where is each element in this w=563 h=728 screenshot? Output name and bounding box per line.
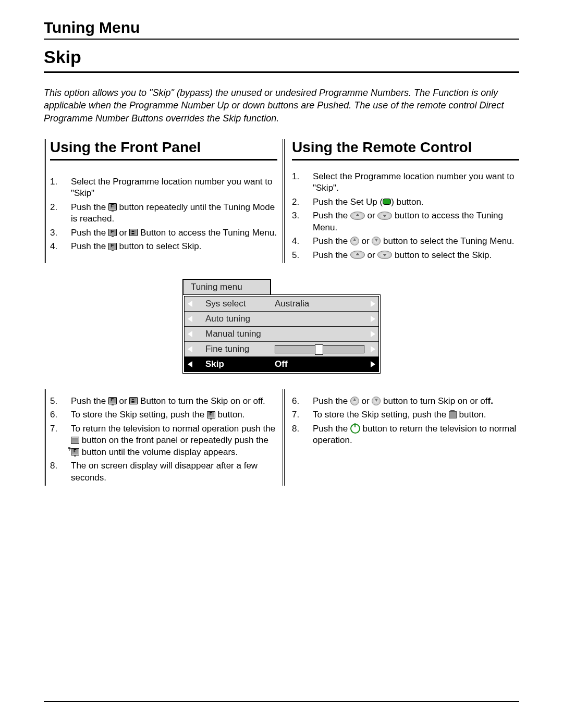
- front-panel-column: Using the Front Panel 1.Select the Progr…: [46, 139, 283, 263]
- step-number: 5.: [292, 250, 313, 261]
- step-text: The on screen display will disappear aft…: [71, 460, 277, 484]
- step-number: 8.: [50, 460, 71, 484]
- step-item: 2.Push the Set Up () button.: [292, 196, 519, 208]
- memory-button-icon: [449, 411, 457, 418]
- step-number: 7.: [50, 423, 71, 458]
- osd-body: Sys selectAustraliaAuto tuningManual tun…: [182, 294, 381, 374]
- osd-row: Fine tuning: [185, 341, 378, 356]
- osd-row-value: Australia: [275, 299, 309, 309]
- step-text: Push the button repeatedly until the Tun…: [71, 202, 277, 225]
- remote-control-column: Using the Remote Control 1.Select the Pr…: [283, 139, 519, 263]
- instructions-bottom: 5.Push the or Button to turn the Skip on…: [44, 389, 519, 486]
- osd-row-label: Auto tuning: [205, 314, 250, 324]
- step-item: 1.Select the Programme location number y…: [50, 176, 277, 200]
- step-text: Push the or button to select the Skip.: [313, 250, 519, 261]
- osd-title: Tuning menu: [182, 279, 271, 294]
- step-item: 7.To store the Skip setting, push the bu…: [292, 409, 519, 421]
- osd-row: Auto tuning: [185, 311, 378, 326]
- step-text: To store the Skip setting, push the butt…: [71, 409, 277, 421]
- osd-row-label: Sys select: [205, 299, 246, 309]
- osd-row: Manual tuning: [185, 326, 378, 341]
- front-panel-steps-top: 1.Select the Programme location number y…: [46, 176, 277, 253]
- step-number: 4.: [50, 241, 71, 252]
- step-item: 3.Push the or Button to access the Tunin…: [50, 227, 277, 239]
- oval-down-icon: [377, 251, 392, 259]
- f-button-icon: [108, 229, 117, 236]
- step-number: 2.: [292, 196, 313, 208]
- f-button-icon: [71, 448, 79, 455]
- oval-up-icon: [350, 212, 365, 220]
- page-title: Skip: [44, 47, 519, 73]
- step-number: 2.: [50, 202, 71, 225]
- round-down-icon: [372, 237, 381, 245]
- step-text: Push the or button to turn Skip on or of…: [313, 396, 519, 407]
- osd-row-label: Manual tuning: [205, 329, 261, 339]
- setup-green-icon: [383, 199, 391, 205]
- step-text: Select the Programme location number you…: [71, 176, 277, 200]
- round-up-icon: [350, 237, 359, 245]
- step-item: 4.Push the button to select Skip.: [50, 241, 277, 252]
- step-number: 7.: [292, 409, 313, 421]
- remote-control-heading: Using the Remote Control: [292, 139, 519, 161]
- step-item: 2.Push the button repeatedly until the T…: [50, 202, 277, 225]
- osd-menu: Tuning menu Sys selectAustraliaAuto tuni…: [182, 279, 381, 374]
- f-button-icon: [108, 203, 117, 211]
- oval-down-icon: [377, 212, 392, 220]
- step-text: Push the or button to select the Tuning …: [313, 236, 519, 247]
- step-item: 4.Push the or button to select the Tunin…: [292, 236, 519, 247]
- step-item: 6.To store the Skip setting, push the bu…: [50, 409, 277, 421]
- round-up-icon: [350, 397, 359, 405]
- step-item: 5.Push the or Button to turn the Skip on…: [50, 396, 277, 407]
- section-heading: Tuning Menu: [44, 19, 519, 40]
- step-text: Push the button to return the television…: [313, 423, 519, 447]
- updown-button-icon: [129, 229, 138, 236]
- step-number: 6.: [50, 409, 71, 421]
- manual-page: Tuning Menu Skip This option allows you …: [0, 0, 563, 728]
- step-text: To return the television to normal opera…: [71, 423, 277, 458]
- step-item: 8.Push the button to return the televisi…: [292, 423, 519, 447]
- front-panel-heading: Using the Front Panel: [50, 139, 277, 161]
- step-number: 1.: [50, 176, 71, 200]
- step-text: Push the or button to access the Tuning …: [313, 210, 519, 233]
- step-number: 4.: [292, 236, 313, 247]
- updown-button-icon: [129, 397, 138, 404]
- step-number: 1.: [292, 171, 313, 194]
- step-item: 6.Push the or button to turn Skip on or …: [292, 396, 519, 407]
- step-item: 5.Push the or button to select the Skip.: [292, 250, 519, 261]
- osd-row-label: Skip: [205, 359, 224, 369]
- osd-slider: [275, 345, 364, 353]
- f-button-icon: [108, 397, 117, 404]
- step-item: 7.To return the television to normal ope…: [50, 423, 277, 458]
- intro-text: This option allows you to "Skip" (bypass…: [44, 87, 519, 125]
- step-number: 3.: [292, 210, 313, 233]
- remote-control-steps-top: 1.Select the Programme location number y…: [292, 171, 519, 261]
- osd-row: Sys selectAustralia: [185, 297, 378, 311]
- step-item: 1.Select the Programme location number y…: [292, 171, 519, 194]
- oval-up-icon: [350, 251, 365, 259]
- power-button-icon: [350, 424, 360, 434]
- step-text: Push the Set Up () button.: [313, 196, 519, 208]
- tvav-button-icon: [71, 437, 79, 444]
- step-text: Push the button to select Skip.: [71, 241, 277, 252]
- step-number: 8.: [292, 423, 313, 447]
- footer-rule: [44, 701, 519, 702]
- front-panel-steps-bottom: 5.Push the or Button to turn the Skip on…: [46, 396, 277, 484]
- f-button-icon: [207, 411, 215, 418]
- step-item: 8.The on screen display will disappear a…: [50, 460, 277, 484]
- step-number: 3.: [50, 227, 71, 239]
- remote-control-steps-bottom: 6.Push the or button to turn Skip on or …: [292, 396, 519, 447]
- f-button-icon: [108, 243, 117, 250]
- step-number: 5.: [50, 396, 71, 407]
- osd-row: SkipOff: [185, 356, 378, 372]
- osd-row-label: Fine tuning: [205, 344, 249, 354]
- remote-control-column-bottom: 6.Push the or button to turn Skip on or …: [283, 389, 519, 486]
- instructions-top: Using the Front Panel 1.Select the Progr…: [44, 139, 519, 263]
- step-text: Push the or Button to turn the Skip on o…: [71, 396, 277, 407]
- step-item: 3.Push the or button to access the Tunin…: [292, 210, 519, 233]
- round-down-icon: [372, 397, 381, 405]
- step-text: To store the Skip setting, push the butt…: [313, 409, 519, 421]
- step-text: Select the Programme location number you…: [313, 171, 519, 194]
- front-panel-column-bottom: 5.Push the or Button to turn the Skip on…: [46, 389, 283, 486]
- step-text: Push the or Button to access the Tuning …: [71, 227, 277, 239]
- osd-row-value: Off: [275, 359, 288, 369]
